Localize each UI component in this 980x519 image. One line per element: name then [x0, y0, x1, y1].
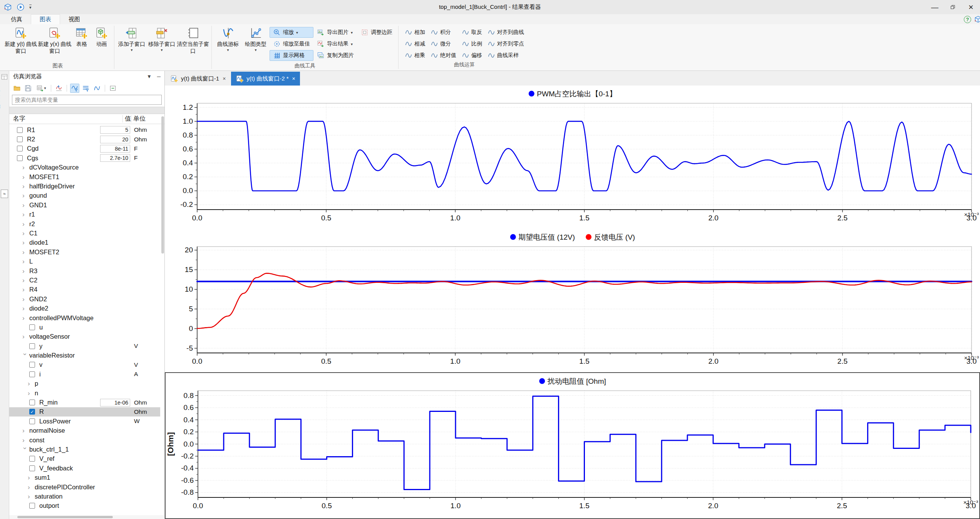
value-box[interactable]: 8e-11 [100, 145, 130, 153]
ribbon-tab-chart[interactable]: 图表 [31, 14, 60, 24]
tree-row[interactable]: ›R3 [9, 266, 160, 275]
curve-op-button[interactable]: 微分 [431, 39, 456, 49]
chevron-right-icon[interactable]: › [22, 277, 28, 284]
value-box[interactable]: 2.7e-10 [100, 154, 130, 162]
curve-op-button[interactable]: 相乘 [405, 50, 425, 61]
dock-tab-simulation-browser[interactable]: 仿真浏览器 [0, 83, 1, 109]
column-value[interactable]: 值 [125, 115, 131, 123]
add-subwindow-button[interactable]: 添加子窗口 ▾ [117, 25, 147, 52]
subplot-resistance[interactable]: 0.00.51.01.52.02.53.0-0.8-0.6-0.4-0.20.0… [165, 372, 980, 519]
column-divider[interactable] [131, 115, 131, 123]
chevron-right-icon[interactable]: › [22, 174, 28, 180]
save-result-button[interactable] [23, 84, 33, 93]
tree-row[interactable]: ›discretePIDController [9, 482, 160, 492]
curve-cursor-button[interactable]: 曲线游标 ▾ [214, 25, 242, 52]
restore-button[interactable] [944, 0, 962, 14]
tree-row[interactable]: ›n [9, 388, 160, 398]
value-box[interactable]: 5 [100, 126, 130, 134]
filter-bar[interactable] [9, 107, 164, 114]
tree-horizontal-scrollbar[interactable] [9, 515, 164, 519]
chevron-right-icon[interactable]: › [22, 258, 28, 265]
tree-row[interactable]: ›variableResistor [9, 351, 160, 360]
tree-row[interactable]: ›diode2 [9, 304, 160, 313]
curve-op-button[interactable]: 绝对值 [431, 50, 456, 61]
tree-row[interactable]: ›normalNoise [9, 426, 160, 435]
help-icon[interactable]: ? [964, 16, 971, 23]
checkbox[interactable] [29, 503, 35, 509]
collapse-all-button[interactable] [108, 84, 117, 93]
column-divider[interactable] [122, 115, 123, 123]
tree-row[interactable]: ›gound [9, 191, 160, 200]
tree-row[interactable]: yV [9, 341, 160, 351]
tree-row[interactable]: outport [9, 501, 160, 511]
chevron-right-icon[interactable]: › [28, 474, 34, 481]
chevron-right-icon[interactable]: › [22, 164, 28, 171]
tree-vertical-scrollbar[interactable] [161, 116, 164, 254]
tree-row[interactable]: ✓ROhm [9, 407, 160, 417]
curve-op-button[interactable]: 对齐到零点 [487, 39, 524, 49]
chevron-right-icon[interactable]: › [28, 380, 34, 387]
chevron-right-icon[interactable]: › [28, 484, 34, 490]
zoom-button[interactable]: 缩放 ▾ [270, 27, 313, 38]
tree-row[interactable]: ›GND2 [9, 294, 160, 304]
tree-row[interactable]: Cgs2.7e-10F [9, 153, 160, 163]
chevron-right-icon[interactable]: › [22, 296, 28, 302]
tree-row[interactable]: Cgd8e-11F [9, 144, 160, 153]
tree-row[interactable]: ›saturation [9, 492, 160, 501]
tree-row[interactable]: V_feedback [9, 464, 160, 473]
new-yx-window-button[interactable]: 新建 y(x) 曲线窗口 [38, 25, 72, 54]
tree-row[interactable]: ›voltageSensor [9, 332, 160, 341]
checkbox[interactable] [29, 465, 35, 471]
close-button[interactable]: × [962, 0, 980, 14]
layout-icon[interactable] [1, 73, 8, 81]
subplot-voltage[interactable]: 0.00.51.01.52.02.53.0-505101520×10⁻³期望电压… [165, 229, 980, 372]
tree-row[interactable]: iA [9, 370, 160, 379]
export-image-button[interactable]: 导出图片 ▾ [313, 27, 357, 38]
checkbox[interactable] [17, 146, 23, 151]
wave-filter-button[interactable] [92, 84, 102, 93]
remove-subwindow-button[interactable]: 移除子窗口 ▾ [147, 25, 177, 52]
chevron-right-icon[interactable]: › [28, 390, 34, 396]
chevron-down-icon[interactable]: › [22, 447, 28, 453]
animation-button[interactable]: 动画 [92, 25, 112, 47]
curve-dock-icon[interactable]: ≈ [1, 190, 8, 198]
quick-access-dropdown-icon[interactable]: ▾ [29, 5, 32, 10]
checkbox[interactable]: ✓ [29, 409, 35, 415]
tree-row[interactable]: ›R4 [9, 285, 160, 294]
value-box[interactable]: 20 [100, 136, 130, 143]
curve-op-button[interactable]: 积分 [431, 27, 456, 38]
chevron-right-icon[interactable]: › [22, 249, 28, 255]
tree-row[interactable]: ›sum1 [9, 473, 160, 482]
chevron-right-icon[interactable]: › [22, 427, 28, 434]
checkbox[interactable] [17, 155, 23, 161]
chevron-right-icon[interactable]: › [22, 230, 28, 237]
chevron-right-icon[interactable]: › [28, 493, 34, 500]
checkbox[interactable] [29, 418, 35, 424]
chart-plot[interactable]: 0.00.51.01.52.02.53.0-505101520×10⁻³期望电压… [165, 229, 980, 372]
tree-row[interactable]: vV [9, 360, 160, 370]
chart-plot[interactable]: 0.00.51.01.52.02.53.0-0.20.00.20.40.60.8… [165, 86, 980, 229]
curve-op-button[interactable]: 曲线采样 [487, 50, 524, 61]
tree-row[interactable]: ›GND1 [9, 200, 160, 210]
tree-row[interactable]: u [9, 322, 160, 332]
tree-row[interactable]: ›p [9, 379, 160, 388]
tree-row[interactable]: ›L [9, 257, 160, 266]
panel-menu-icon[interactable]: ▼ [147, 74, 152, 79]
checkbox[interactable] [29, 400, 35, 405]
chevron-down-icon[interactable]: › [22, 353, 28, 359]
chevron-right-icon[interactable]: › [22, 305, 28, 312]
curve-op-button[interactable]: 比例 [462, 39, 482, 49]
curve-op-button[interactable]: 相减 [405, 39, 425, 49]
cube-icon[interactable] [974, 15, 980, 23]
checkbox[interactable] [17, 136, 23, 142]
tab-curve-window-2[interactable]: y(t) 曲线窗口-2 * × [231, 72, 300, 86]
checkbox[interactable] [29, 371, 35, 377]
filter-curve-button[interactable] [70, 84, 79, 93]
tree-row[interactable]: ›r2 [9, 219, 160, 228]
tree-row[interactable]: R15Ohm [9, 125, 160, 134]
plot-type-button[interactable]: 绘图类型 ▾ [242, 25, 270, 52]
clear-subwindow-button[interactable]: 清空当前子窗口 [177, 25, 209, 54]
tree-row[interactable]: ›diode1 [9, 238, 160, 247]
chevron-right-icon[interactable]: › [22, 437, 28, 443]
tree-row[interactable]: ›MOSFET2 [9, 247, 160, 257]
